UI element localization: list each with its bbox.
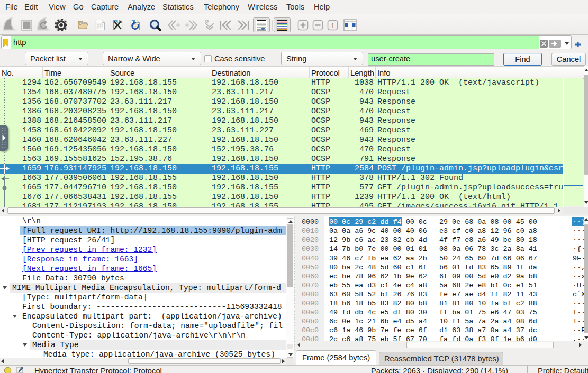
svg-text:0111: 0111 (97, 27, 103, 30)
svg-text:1: 1 (331, 22, 334, 30)
